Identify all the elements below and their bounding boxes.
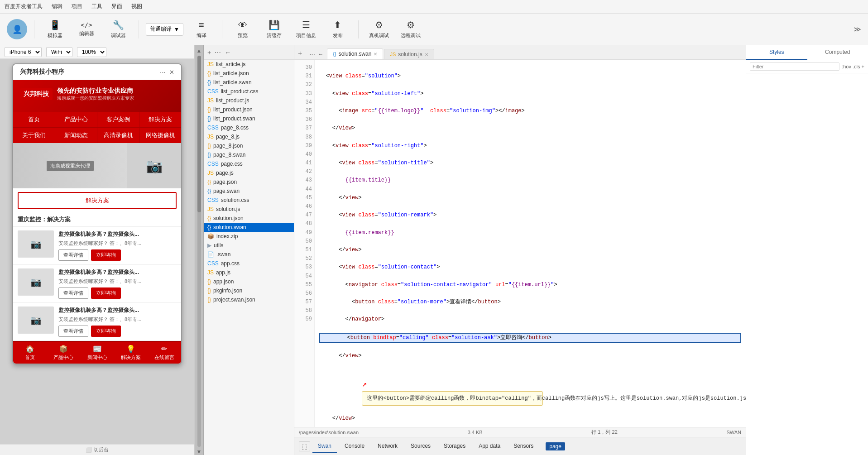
nav-dvr[interactable]: 高清录像机 xyxy=(97,128,139,143)
devtools-inspect-icon[interactable]: ⬚ xyxy=(299,441,310,451)
view-detail-btn-0[interactable]: 查看详情 xyxy=(58,249,88,261)
menu-baidu-devtools[interactable]: 百度开发者工具 xyxy=(5,3,43,10)
zoom-select[interactable]: 100% xyxy=(77,47,106,57)
file-item-solution_json[interactable]: {} solution.json xyxy=(204,214,294,223)
publish-button[interactable]: ⬆ 发布 xyxy=(324,17,351,41)
file-item-page8_css[interactable]: CSS page_8.css xyxy=(204,123,294,132)
file-item-list_article_js[interactable]: JS list_article.js xyxy=(204,60,294,69)
phone-more-icon[interactable]: ⋯ xyxy=(160,69,166,76)
nav-cases[interactable]: 客户案例 xyxy=(97,112,139,127)
file-item-pkginfo_json[interactable]: {} pkginfo.json xyxy=(204,286,294,295)
nav-camera[interactable]: 网络摄像机 xyxy=(139,128,181,143)
nav-home[interactable]: 首页 xyxy=(13,112,55,127)
avatar[interactable]: 👤 xyxy=(7,19,27,39)
menu-view[interactable]: 视图 xyxy=(131,3,142,10)
bottom-nav-message[interactable]: ✏ 在线留言 xyxy=(148,342,181,364)
file-item-app_css[interactable]: CSS app.css xyxy=(204,259,294,268)
code-tabs: + ⋯ ← {} solution.swan ✕ JS solution.js … xyxy=(294,45,746,60)
view-detail-btn-2[interactable]: 查看详情 xyxy=(58,326,88,337)
file-item-page_css[interactable]: CSS page.css xyxy=(204,159,294,168)
nav-news[interactable]: 新闻动态 xyxy=(55,128,97,143)
more-options-icon[interactable]: ⋯ xyxy=(215,49,221,56)
remote-debug-button[interactable]: ⚙ 远程调试 xyxy=(397,17,424,41)
styles-filter-input[interactable] xyxy=(750,62,839,71)
file-item-list_product_js[interactable]: JS list_product.js xyxy=(204,96,294,105)
add-file-icon[interactable]: + xyxy=(207,49,211,56)
menu-edit[interactable]: 编辑 xyxy=(52,3,62,10)
tab-solution-swan-close[interactable]: ✕ xyxy=(374,52,377,57)
back-nav-icon[interactable]: ← xyxy=(225,49,231,56)
bottom-nav-solution[interactable]: 💡 解决方案 xyxy=(114,342,148,364)
file-item-solution_css[interactable]: CSS solution.css xyxy=(204,196,294,205)
bottom-nav-news[interactable]: 📰 新闻中心 xyxy=(80,342,114,364)
add-tab-button[interactable]: + xyxy=(294,48,306,59)
tab-nav-back[interactable]: ← xyxy=(317,51,323,57)
styles-filter-hov[interactable]: :hov .cls + xyxy=(842,64,864,69)
view-detail-btn-1[interactable]: 查看详情 xyxy=(58,287,88,299)
scroll-up-icon[interactable]: ▲ xyxy=(197,48,202,54)
styles-tab-computed[interactable]: Computed xyxy=(807,45,868,60)
more-icon[interactable]: ≫ xyxy=(854,25,861,34)
tab-solution-js[interactable]: JS solution.js ✕ xyxy=(384,49,434,59)
network-select[interactable]: WiFi xyxy=(46,47,72,57)
file-item-swan[interactable]: 📄 .swan xyxy=(204,250,294,259)
scroll-thumb[interactable] xyxy=(197,56,201,212)
file-item-page8_json[interactable]: {} page_8.json xyxy=(204,141,294,150)
devtools-tab-network[interactable]: Network xyxy=(372,440,403,453)
list-title-2: 监控摄像机装多高？监控摄像头... xyxy=(58,307,177,314)
phone-switch-background[interactable]: ⬜ 切后台 xyxy=(0,444,194,455)
preview-button[interactable]: 👁 预览 xyxy=(229,18,256,41)
phone-solution-button[interactable]: 解决方案 xyxy=(18,192,177,209)
file-item-page_js[interactable]: JS page.js xyxy=(204,168,294,177)
clear-cache-button[interactable]: 💾 清缓存 xyxy=(261,17,288,41)
devtools-tab-appdata[interactable]: App data xyxy=(473,440,506,453)
file-item-app_js[interactable]: JS app.js xyxy=(204,268,294,277)
file-item-solution_js[interactable]: JS solution.js xyxy=(204,205,294,214)
editor-button[interactable]: </> 编辑器 xyxy=(73,19,100,39)
file-item-project_swan_json[interactable]: {} project.swan.json xyxy=(204,295,294,304)
file-item-utils[interactable]: ▶ utils xyxy=(204,241,294,250)
nav-about[interactable]: 关于我们 xyxy=(13,128,55,143)
bottom-nav-home[interactable]: 🏠 首页 xyxy=(13,342,47,364)
tab-solution-swan[interactable]: {} solution.swan ✕ xyxy=(327,48,383,59)
file-item-list_product_css[interactable]: CSS list_product.css xyxy=(204,87,294,96)
tab-solution-js-close[interactable]: ✕ xyxy=(425,52,428,57)
devtools-tab-swan[interactable]: Swan xyxy=(312,440,337,453)
file-item-list_article_swan[interactable]: {} list_article.swan xyxy=(204,78,294,87)
styles-tab-styles[interactable]: Styles xyxy=(746,45,807,60)
nav-products[interactable]: 产品中心 xyxy=(55,112,97,127)
file-item-page_json[interactable]: {} page.json xyxy=(204,177,294,187)
file-item-index_zip[interactable]: 📦 index.zip xyxy=(204,232,294,241)
consult-btn-1[interactable]: 立即咨询 xyxy=(91,287,121,299)
file-item-list_product_json[interactable]: {} list_product.json xyxy=(204,105,294,114)
device-select[interactable]: iPhone 6 xyxy=(5,47,42,57)
consult-btn-0[interactable]: 立即咨询 xyxy=(91,249,121,261)
tab-nav-more[interactable]: ⋯ xyxy=(309,51,315,57)
nav-solutions[interactable]: 解决方案 xyxy=(139,112,181,127)
consult-btn-2[interactable]: 立即咨询 xyxy=(91,326,121,337)
debugger-button[interactable]: 🔧 调试器 xyxy=(105,17,132,41)
compile-button[interactable]: ≡ 编译 xyxy=(188,18,215,41)
devtools-tab-console[interactable]: Console xyxy=(339,440,370,453)
devtools-tab-sensors[interactable]: Sensors xyxy=(508,440,539,453)
simulator-button[interactable]: 📱 模拟器 xyxy=(41,17,68,41)
file-item-page8_js[interactable]: JS page_8.js xyxy=(204,132,294,141)
bottom-nav-products[interactable]: 📦 产品中心 xyxy=(47,342,80,364)
file-item-list_product_swan[interactable]: {} list_product.swan xyxy=(204,114,294,123)
menu-project[interactable]: 项目 xyxy=(72,3,82,10)
devtools-tab-sources[interactable]: Sources xyxy=(405,440,436,453)
compile-dropdown[interactable]: 普通编译 ▼ xyxy=(146,23,183,36)
file-item-list_article_json[interactable]: {} list_article.json xyxy=(204,69,294,78)
file-item-solution_swan[interactable]: {} solution.swan xyxy=(204,223,294,232)
project-info-button[interactable]: ☰ 项目信息 xyxy=(293,17,320,41)
menu-tools[interactable]: 工具 xyxy=(91,3,102,10)
code-lines-content[interactable]: <view class="solution"> <view class="sol… xyxy=(315,60,746,427)
device-debug-button[interactable]: ⚙ 真机调试 xyxy=(365,17,393,41)
file-item-app_json[interactable]: {} app.json xyxy=(204,277,294,286)
scroll-down-icon[interactable]: ▼ xyxy=(197,449,202,455)
file-item-page8_swan[interactable]: {} page_8.swan xyxy=(204,150,294,159)
file-item-page_swan[interactable]: {} page.swan xyxy=(204,187,294,196)
devtools-tab-storages[interactable]: Storages xyxy=(438,440,471,453)
phone-close-icon[interactable]: ✕ xyxy=(169,69,174,76)
menu-interface[interactable]: 界面 xyxy=(111,3,122,10)
